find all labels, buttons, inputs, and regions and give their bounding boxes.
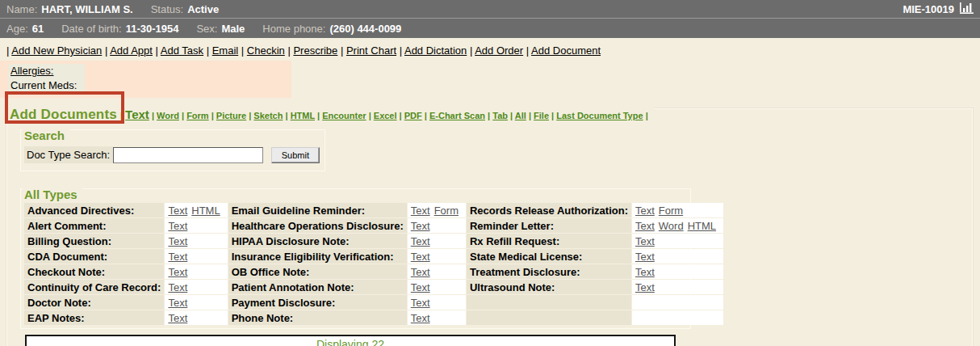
doc-link-checkout-note-text[interactable]: Text (168, 266, 187, 278)
type-link-e-chart-scan[interactable]: E-Chart Scan (429, 111, 485, 120)
doc-link-advanced-directives-text[interactable]: Text (168, 205, 187, 217)
type-link-encounter[interactable]: Encounter (322, 111, 366, 120)
doc-type-label-billing-question: Billing Question: (24, 234, 164, 248)
doc-link-ultrasound-note-text[interactable]: Text (635, 281, 655, 293)
type-link-last-document-type[interactable]: Last Document Type (556, 111, 643, 120)
submit-button[interactable]: Submit (271, 147, 320, 163)
type-link-excel[interactable]: Excel (374, 111, 397, 120)
doc-link-ob-office-note-text[interactable]: Text (411, 266, 430, 278)
empty-links-cell (632, 310, 723, 325)
doc-link-eap-notes-text[interactable]: Text (168, 312, 187, 324)
doc-link-hipaa-disclosure-note-text[interactable]: Text (411, 235, 430, 247)
doc-type-links-alert-comment: Text (165, 218, 227, 233)
allergies-link[interactable]: Allergies: (8, 64, 85, 78)
patient-name: HART, WILLIAM S. (41, 3, 132, 15)
doc-type-search-label: Doc Type Search: (24, 146, 113, 163)
all-types-panel: All Types Advanced Directives:TextHTMLEm… (20, 188, 691, 329)
doc-link-reminder-letter-text[interactable]: Text (635, 220, 655, 232)
doc-type-label-alert-comment: Alert Comment: (24, 218, 164, 233)
all-types-heading: All Types (23, 188, 82, 201)
name-label: Name: (6, 3, 37, 15)
doc-type-links-email-guideline-reminder: TextForm (408, 203, 466, 217)
action-link-print-chart[interactable]: Print Chart (346, 44, 396, 57)
doc-type-links-rx-refill-request: Text (632, 234, 723, 248)
empty-label-cell (467, 310, 631, 325)
doc-type-links-patient-annotation-note: Text (408, 280, 466, 294)
doc-type-links-billing-question: Text (165, 234, 227, 248)
type-link-form[interactable]: Form (186, 111, 209, 120)
doc-link-insurance-eligibility-verification-text[interactable]: Text (411, 251, 430, 263)
action-link-add-new-physician[interactable]: Add New Physician (11, 44, 102, 57)
table-row: Billing Question:TextHIPAA Disclosure No… (24, 234, 723, 248)
search-heading: Search (23, 129, 69, 142)
patient-header-bar: Name: HART, WILLIAM S. Status: Active MI… (0, 0, 980, 18)
action-link-add-document[interactable]: Add Document (531, 44, 601, 57)
action-link-add-dictation[interactable]: Add Dictation (404, 44, 467, 57)
action-link-add-appt[interactable]: Add Appt (110, 44, 153, 57)
table-row: Advanced Directives:TextHTMLEmail Guidel… (24, 203, 723, 217)
type-link-text[interactable]: Text (125, 108, 149, 121)
patient-phone: (260) 444-0099 (329, 23, 401, 35)
doc-link-doctor-note-text[interactable]: Text (168, 297, 187, 309)
doc-link-patient-annotation-note-text[interactable]: Text (411, 281, 430, 293)
doc-type-links-doctor-note: Text (165, 295, 227, 310)
doc-link-email-guideline-reminder-form[interactable]: Form (434, 205, 459, 217)
doc-type-label-records-release-authorization: Records Release Authorization: (467, 203, 631, 217)
type-link-file[interactable]: File (534, 111, 549, 120)
type-link-all[interactable]: All (515, 111, 526, 120)
doc-type-links-treatment-disclosure: Text (632, 264, 723, 279)
type-link-word[interactable]: Word (157, 111, 179, 120)
doc-link-reminder-letter-html[interactable]: HTML (688, 220, 716, 232)
current-meds-link[interactable]: Current Meds: (8, 78, 85, 93)
doc-link-records-release-authorization-text[interactable]: Text (635, 205, 655, 217)
add-documents-panel: Add Documents | Text | Word | Form | Pic… (6, 108, 973, 346)
age-label: Age: (6, 23, 28, 35)
doc-link-rx-refill-request-text[interactable]: Text (635, 235, 655, 247)
doc-link-phone-note-text[interactable]: Text (411, 312, 430, 324)
doc-type-label-insurance-eligibility-verification: Insurance Eligibility Verification: (228, 249, 407, 264)
mie-id: MIE-10019 (903, 3, 954, 15)
doc-link-billing-question-text[interactable]: Text (168, 235, 187, 247)
doc-link-cda-document-text[interactable]: Text (168, 251, 187, 263)
type-link-picture[interactable]: Picture (216, 111, 246, 120)
doc-type-links-advanced-directives: TextHTML (165, 203, 227, 217)
displaying-count: Displaying 22 (25, 335, 676, 346)
doc-type-label-continuity-of-care-record: Continuity of Care Record: (24, 280, 164, 294)
doc-type-label-ob-office-note: OB Office Note: (228, 264, 407, 279)
doc-link-alert-comment-text[interactable]: Text (168, 220, 187, 232)
type-link-pdf[interactable]: PDF (404, 111, 422, 120)
doc-type-label-checkout-note: Checkout Note: (24, 264, 164, 279)
action-links-row: | Add New Physician | Add Appt | Add Tas… (0, 38, 980, 58)
doc-type-links-phone-note: Text (408, 310, 466, 325)
action-link-prescribe[interactable]: Prescribe (293, 44, 337, 57)
doc-link-advanced-directives-html[interactable]: HTML (191, 205, 220, 217)
doc-type-links-state-medical-license: Text (632, 249, 723, 264)
type-link-tab[interactable]: Tab (492, 111, 508, 120)
doc-type-label-state-medical-license: State Medical License: (467, 249, 631, 264)
doc-link-payment-disclosure-text[interactable]: Text (411, 297, 430, 309)
doc-type-links-reminder-letter: TextWordHTML (632, 218, 723, 233)
doc-type-links-records-release-authorization: TextForm (632, 203, 723, 217)
type-link-html[interactable]: HTML (291, 111, 315, 120)
doc-link-continuity-of-care-record-text[interactable]: Text (168, 281, 187, 293)
patient-sex: Male (221, 23, 245, 35)
action-link-add-task[interactable]: Add Task (161, 44, 203, 57)
doc-type-links-ob-office-note: Text (408, 264, 466, 279)
action-link-add-order[interactable]: Add Order (475, 44, 523, 57)
doc-type-label-healthcare-operations-disclosure: Healthcare Operations Disclosure: (228, 218, 407, 233)
action-link-checkin[interactable]: Checkin (247, 44, 285, 57)
table-row: Alert Comment:TextHealthcare Operations … (24, 218, 723, 233)
type-link-sketch[interactable]: Sketch (253, 111, 283, 120)
doc-link-state-medical-license-text[interactable]: Text (635, 251, 655, 263)
doc-type-search-input[interactable] (113, 147, 263, 163)
doc-link-email-guideline-reminder-text[interactable]: Text (411, 205, 430, 217)
doc-link-records-release-authorization-form[interactable]: Form (659, 205, 683, 217)
bar-chart-icon[interactable] (960, 2, 974, 16)
doc-link-healthcare-operations-disclosure-text[interactable]: Text (411, 220, 430, 232)
doc-link-treatment-disclosure-text[interactable]: Text (635, 266, 655, 278)
doc-type-label-treatment-disclosure: Treatment Disclosure: (467, 264, 631, 279)
doc-link-reminder-letter-word[interactable]: Word (659, 220, 684, 232)
doc-type-links-ultrasound-note: Text (632, 280, 723, 294)
empty-links-cell (632, 295, 723, 310)
action-link-email[interactable]: Email (212, 44, 239, 57)
